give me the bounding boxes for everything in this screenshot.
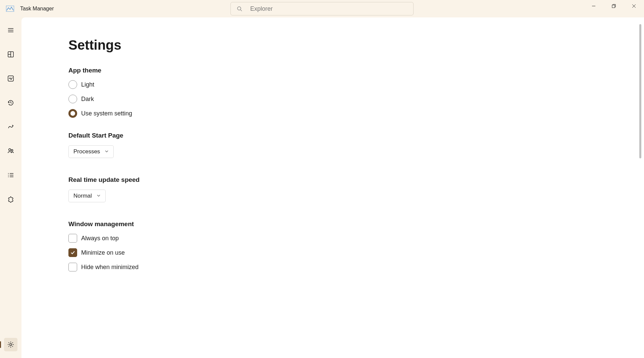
- radio-option-dark[interactable]: Dark: [68, 95, 644, 103]
- main-container: Settings App theme Light Dark Use system…: [0, 17, 644, 358]
- sidebar-item-startup[interactable]: [4, 120, 17, 134]
- page-title: Settings: [68, 38, 644, 53]
- checkbox-hide-when-minimized[interactable]: Hide when minimized: [68, 263, 644, 271]
- radio-icon: [68, 80, 77, 89]
- minimize-button[interactable]: [584, 0, 604, 12]
- checkbox-minimize-on-use[interactable]: Minimize on use: [68, 248, 644, 257]
- sidebar-item-processes[interactable]: [4, 48, 17, 61]
- svg-point-17: [8, 175, 9, 175]
- dropdown-value: Processes: [73, 148, 100, 155]
- svg-rect-4: [612, 5, 615, 8]
- svg-point-16: [8, 173, 9, 174]
- svg-point-14: [9, 149, 11, 151]
- svg-rect-0: [6, 6, 14, 12]
- title-bar: Task Manager: [0, 0, 644, 17]
- content-area: Settings App theme Light Dark Use system…: [21, 17, 644, 358]
- search-input[interactable]: [250, 5, 407, 12]
- checkbox-label-minimize-on-use: Minimize on use: [81, 249, 125, 256]
- hamburger-menu-button[interactable]: [4, 23, 17, 37]
- sidebar-item-history[interactable]: [4, 96, 17, 109]
- svg-line-2: [240, 10, 242, 11]
- radio-option-system[interactable]: Use system setting: [68, 109, 644, 118]
- checkbox-icon: [68, 263, 77, 271]
- dropdown-value: Normal: [73, 193, 92, 199]
- chevron-down-icon: [97, 193, 101, 199]
- window-management-title: Window management: [68, 220, 644, 228]
- svg-point-18: [8, 176, 9, 177]
- close-button[interactable]: [624, 0, 644, 12]
- app-theme-title: App theme: [68, 67, 644, 74]
- sidebar-item-details[interactable]: [4, 168, 17, 182]
- maximize-button[interactable]: [604, 0, 624, 12]
- window-controls: [584, 0, 644, 11]
- app-icon: [6, 6, 14, 12]
- update-speed-title: Real time update speed: [68, 176, 644, 184]
- checkbox-icon-checked: [68, 248, 77, 257]
- radio-icon-selected: [68, 109, 77, 118]
- sidebar-item-services[interactable]: [4, 193, 17, 206]
- checkbox-always-on-top[interactable]: Always on top: [68, 234, 644, 243]
- checkbox-label-always-on-top: Always on top: [81, 235, 119, 242]
- scrollbar[interactable]: [639, 24, 641, 158]
- window-management-group: Always on top Minimize on use Hide when …: [68, 234, 644, 271]
- radio-label-system: Use system setting: [81, 110, 132, 117]
- svg-point-15: [11, 150, 13, 151]
- radio-icon: [68, 95, 77, 103]
- default-start-page-dropdown[interactable]: Processes: [68, 145, 114, 158]
- sidebar-item-settings[interactable]: [4, 338, 17, 351]
- checkbox-icon: [68, 234, 77, 243]
- default-start-page-title: Default Start Page: [68, 132, 644, 139]
- search-box[interactable]: [230, 2, 414, 15]
- sidebar-item-performance[interactable]: [4, 72, 17, 85]
- svg-point-1: [237, 7, 241, 10]
- update-speed-dropdown[interactable]: Normal: [68, 190, 106, 202]
- checkbox-label-hide-when-minimized: Hide when minimized: [81, 264, 139, 271]
- sidebar-item-users[interactable]: [4, 144, 17, 158]
- radio-option-light[interactable]: Light: [68, 80, 644, 89]
- app-theme-radio-group: Light Dark Use system setting: [68, 80, 644, 118]
- search-icon: [237, 6, 242, 11]
- radio-label-dark: Dark: [81, 96, 94, 103]
- app-title: Task Manager: [20, 6, 54, 12]
- radio-label-light: Light: [81, 81, 94, 88]
- chevron-down-icon: [105, 149, 109, 155]
- svg-point-22: [10, 344, 12, 346]
- sidebar: [0, 17, 21, 358]
